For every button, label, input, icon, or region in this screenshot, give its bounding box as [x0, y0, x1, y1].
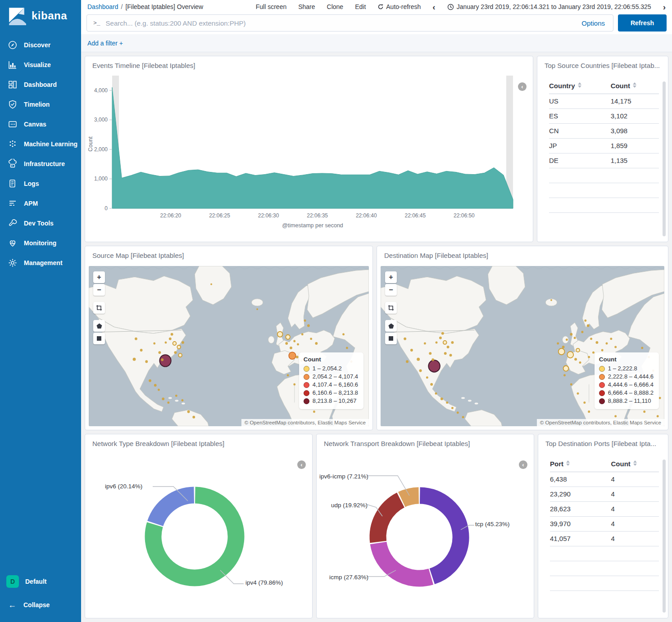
sidebar-item-label: Dashboard — [24, 81, 57, 88]
sidebar-item-visualize[interactable]: Visualize — [0, 55, 81, 75]
legend-toggle-button[interactable]: ‹ — [297, 460, 306, 469]
map-bubble — [595, 341, 598, 344]
query-options-link[interactable]: Options — [581, 19, 607, 27]
sidebar-item-dev-tools[interactable]: Dev Tools — [0, 213, 81, 233]
sidebar-item-dashboard[interactable]: Dashboard — [0, 75, 81, 95]
time-back-button[interactable]: ‹ — [432, 3, 435, 11]
map-bubble — [451, 341, 454, 344]
breadcrumb-current: [Filebeat Iptables] Overview — [125, 3, 203, 10]
zoom-out-button[interactable]: − — [93, 284, 105, 296]
sidebar-item-logs[interactable]: Logs — [0, 174, 81, 194]
refresh-button[interactable]: Refresh — [618, 14, 667, 32]
panel-title[interactable]: Top Source Countries [Filebeat Iptab... — [537, 56, 668, 72]
map-bubble — [404, 338, 406, 340]
panel-title[interactable]: Source Map [Filebeat Iptables] — [85, 246, 372, 262]
sidebar-item-canvas[interactable]: Canvas — [0, 114, 81, 134]
collapse-nav-button[interactable]: ← Collapse — [0, 595, 81, 615]
sidebar-item-infrastructure[interactable]: Infrastructure — [0, 154, 81, 174]
apm-icon — [8, 198, 18, 208]
edit-button[interactable]: Edit — [355, 3, 366, 10]
donut-slice-tcp[interactable] — [420, 496, 461, 577]
scrollbar-thumb[interactable] — [663, 81, 666, 236]
map-bubble — [567, 352, 573, 358]
panel-title[interactable]: Network Type Breakdown [Filebeat Iptable… — [85, 434, 312, 450]
zoom-in-button[interactable]: + — [385, 271, 397, 283]
donut-chart[interactable] — [85, 452, 313, 610]
fit-bounds-button[interactable] — [385, 302, 397, 314]
panel-title[interactable]: Top Destination Ports [Filebeat Ipta... — [538, 434, 668, 450]
sidebar-item-monitoring[interactable]: Monitoring — [0, 233, 81, 253]
draw-polygon-button[interactable] — [93, 320, 105, 332]
legend-entry: 2,222.8 – 4,444.6 — [599, 373, 654, 381]
add-filter-link[interactable]: Add a filter + — [87, 40, 123, 47]
kibana-logo[interactable]: kibana — [0, 0, 81, 33]
legend-toggle-button[interactable]: ‹ — [519, 460, 527, 469]
space-selector[interactable]: D Default — [0, 572, 81, 591]
map-bubble — [406, 360, 409, 363]
sidebar-item-timelion[interactable]: Timelion — [0, 95, 81, 114]
table-row: 6,4384 — [550, 472, 659, 487]
column-header[interactable]: Port — [550, 456, 611, 472]
map-bubble — [446, 401, 448, 404]
panel-title[interactable]: Network Transport Breakdown [Filebeat Ip… — [317, 434, 534, 450]
column-header[interactable]: Count — [611, 78, 659, 94]
map-bubble — [562, 346, 565, 348]
legend-label: 1 – 2,222.8 — [608, 365, 637, 373]
sort-icon — [633, 82, 636, 88]
auto-refresh-button[interactable]: Auto-refresh — [377, 3, 421, 10]
breadcrumb-dashboard-link[interactable]: Dashboard — [87, 3, 118, 10]
donut-slice-icmp[interactable] — [378, 543, 431, 578]
search-input[interactable] — [106, 19, 577, 27]
zoom-in-button[interactable]: + — [93, 271, 105, 283]
zoom-out-button[interactable]: − — [385, 284, 397, 296]
kibana-app: kibana DiscoverVisualizeDashboardTimelio… — [0, 0, 672, 622]
scrollbar-thumb[interactable] — [663, 460, 666, 613]
map-bubble — [315, 342, 318, 345]
sidebar-item-discover[interactable]: Discover — [0, 35, 81, 55]
clone-button[interactable]: Clone — [327, 3, 344, 10]
map-bubble — [435, 392, 437, 395]
map-bubble — [601, 349, 604, 352]
map-bubble — [426, 376, 428, 379]
fit-bounds-button[interactable] — [93, 302, 105, 314]
table-row: 28,6234 — [550, 502, 659, 517]
sidebar-item-apm[interactable]: APM — [0, 194, 81, 213]
legend-toggle-button[interactable]: ‹ — [518, 82, 527, 91]
panel-title[interactable]: Destination Map [Filebeat Iptables] — [377, 246, 668, 262]
svg-text:4,000: 4,000 — [94, 87, 108, 94]
map-bubble — [451, 407, 454, 409]
column-header[interactable]: Country — [549, 78, 611, 94]
sidebar-item-label: Canvas — [24, 121, 46, 128]
draw-polygon-button[interactable] — [385, 320, 397, 332]
draw-rectangle-button[interactable] — [385, 333, 397, 344]
breadcrumb-separator: / — [121, 3, 123, 10]
map-bubble — [574, 358, 577, 361]
map-bubble — [657, 415, 659, 417]
draw-rectangle-button[interactable] — [93, 333, 105, 344]
time-range-picker[interactable]: January 23rd 2019, 22:06:14.321 to Janua… — [447, 3, 651, 10]
sidebar: kibana DiscoverVisualizeDashboardTimelio… — [0, 0, 81, 622]
map-bubble — [277, 332, 283, 337]
sidebar-item-management[interactable]: Management — [0, 253, 81, 273]
table-row: ES3,102 — [549, 109, 659, 124]
area-series[interactable] — [112, 87, 513, 208]
full-screen-button[interactable]: Full screen — [256, 3, 286, 10]
map-bubble — [182, 341, 184, 344]
donut-slice-ipv6[interactable] — [155, 495, 194, 523]
sidebar-item-machine-learning[interactable]: Machine Learning — [0, 134, 81, 154]
time-forward-button[interactable]: › — [663, 3, 666, 11]
column-header[interactable]: Count — [611, 456, 659, 472]
area-chart[interactable]: 01,0002,0003,0004,00022:06:2022:06:2522:… — [85, 72, 529, 230]
map-bubble — [140, 349, 143, 352]
panel-title[interactable]: Events Timeline [Filebeat Iptables] — [85, 56, 533, 72]
source-map[interactable]: +−Count1 – 2,054.22,054.2 – 4,107.44,107… — [89, 266, 369, 426]
map-bubble — [153, 342, 155, 344]
share-button[interactable]: Share — [298, 3, 315, 10]
legend-entry: 8,888.2 – 11,110 — [599, 397, 654, 405]
map-bubble — [457, 411, 459, 414]
destination-map[interactable]: +−Count1 – 2,222.82,222.8 – 4,444.64,444… — [381, 266, 664, 426]
map-bubble — [145, 360, 148, 363]
donut-slice-ipv6-icmp[interactable] — [402, 496, 419, 500]
legend-label: 4,107.4 – 6,160.6 — [313, 381, 358, 389]
donut-slice-udp[interactable] — [378, 500, 400, 542]
